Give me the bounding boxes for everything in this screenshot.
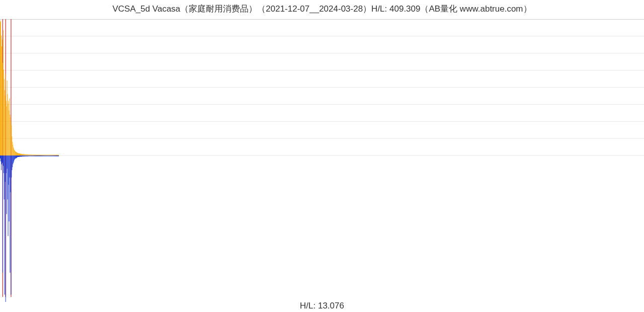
svg-rect-125 bbox=[55, 155, 55, 155]
svg-rect-194 bbox=[30, 155, 30, 156]
svg-rect-135 bbox=[1, 155, 2, 170]
svg-rect-39 bbox=[13, 144, 13, 155]
svg-rect-167 bbox=[17, 155, 17, 158]
svg-rect-130 bbox=[57, 155, 58, 155]
svg-rect-13 bbox=[0, 22, 1, 155]
svg-rect-164 bbox=[15, 155, 16, 159]
svg-rect-136 bbox=[2, 155, 2, 164]
svg-rect-209 bbox=[37, 155, 38, 156]
svg-rect-61 bbox=[24, 154, 24, 155]
svg-rect-216 bbox=[41, 155, 41, 156]
svg-rect-168 bbox=[17, 155, 18, 157]
svg-rect-92 bbox=[39, 155, 39, 155]
svg-rect-213 bbox=[39, 155, 40, 156]
svg-rect-173 bbox=[20, 155, 20, 157]
svg-rect-115 bbox=[50, 155, 50, 155]
svg-rect-14 bbox=[1, 21, 1, 155]
svg-rect-154 bbox=[10, 155, 11, 192]
svg-rect-86 bbox=[36, 155, 36, 155]
svg-rect-103 bbox=[44, 155, 45, 155]
svg-rect-148 bbox=[8, 155, 8, 199]
svg-rect-65 bbox=[26, 154, 26, 155]
svg-rect-155 bbox=[11, 155, 11, 294]
svg-rect-198 bbox=[32, 155, 32, 156]
svg-rect-171 bbox=[19, 155, 19, 157]
svg-rect-203 bbox=[34, 155, 35, 156]
svg-rect-124 bbox=[54, 155, 55, 155]
svg-rect-105 bbox=[45, 155, 46, 155]
svg-rect-179 bbox=[23, 155, 23, 157]
svg-rect-77 bbox=[31, 154, 32, 155]
chart-footer-label: H/L: 13.076 bbox=[0, 301, 644, 311]
svg-rect-127 bbox=[56, 155, 56, 155]
svg-rect-162 bbox=[14, 155, 15, 160]
svg-rect-114 bbox=[49, 155, 50, 155]
svg-rect-137 bbox=[2, 155, 3, 163]
svg-rect-153 bbox=[10, 155, 11, 273]
svg-rect-219 bbox=[42, 155, 43, 156]
svg-rect-38 bbox=[12, 142, 13, 155]
svg-rect-166 bbox=[16, 155, 17, 158]
svg-rect-23 bbox=[5, 96, 6, 155]
svg-rect-110 bbox=[48, 155, 48, 155]
svg-rect-20 bbox=[4, 69, 4, 155]
svg-rect-26 bbox=[7, 106, 7, 155]
svg-rect-251 bbox=[58, 155, 58, 156]
svg-rect-183 bbox=[25, 155, 25, 157]
svg-rect-60 bbox=[23, 154, 24, 155]
svg-rect-211 bbox=[38, 155, 39, 156]
svg-rect-29 bbox=[8, 104, 9, 155]
svg-rect-88 bbox=[37, 155, 37, 155]
svg-rect-184 bbox=[25, 155, 26, 157]
svg-rect-202 bbox=[34, 155, 34, 156]
svg-rect-117 bbox=[51, 155, 51, 155]
svg-rect-217 bbox=[41, 155, 42, 156]
svg-rect-70 bbox=[28, 154, 29, 155]
svg-rect-214 bbox=[40, 155, 40, 156]
svg-rect-16 bbox=[2, 46, 2, 155]
chart-area bbox=[0, 19, 644, 302]
svg-rect-250 bbox=[57, 155, 58, 156]
svg-rect-159 bbox=[13, 155, 13, 164]
svg-rect-210 bbox=[38, 155, 38, 156]
svg-rect-128 bbox=[56, 155, 57, 155]
svg-rect-141 bbox=[4, 155, 5, 199]
svg-rect-34 bbox=[10, 117, 11, 155]
svg-rect-18 bbox=[3, 63, 3, 155]
svg-rect-94 bbox=[40, 155, 40, 155]
svg-rect-235 bbox=[50, 155, 50, 156]
svg-rect-24 bbox=[6, 73, 6, 155]
svg-rect-106 bbox=[46, 155, 46, 155]
svg-rect-243 bbox=[54, 155, 54, 156]
svg-rect-185 bbox=[26, 155, 26, 157]
svg-rect-57 bbox=[22, 154, 22, 155]
svg-rect-68 bbox=[27, 154, 28, 155]
svg-rect-201 bbox=[33, 155, 34, 156]
svg-rect-197 bbox=[31, 155, 32, 156]
svg-rect-144 bbox=[6, 155, 6, 302]
svg-rect-51 bbox=[19, 153, 19, 155]
svg-rect-169 bbox=[18, 155, 18, 157]
svg-rect-174 bbox=[20, 155, 21, 157]
svg-rect-66 bbox=[26, 154, 27, 155]
svg-rect-245 bbox=[55, 155, 55, 156]
svg-rect-113 bbox=[49, 155, 50, 155]
svg-rect-120 bbox=[52, 155, 53, 155]
svg-rect-78 bbox=[32, 154, 32, 155]
svg-rect-42 bbox=[14, 150, 15, 155]
svg-rect-195 bbox=[30, 155, 31, 156]
svg-rect-119 bbox=[52, 155, 52, 155]
svg-rect-27 bbox=[7, 81, 8, 155]
svg-rect-133 bbox=[0, 155, 1, 159]
svg-rect-121 bbox=[53, 155, 53, 155]
svg-rect-83 bbox=[34, 154, 35, 155]
svg-rect-116 bbox=[50, 155, 51, 155]
svg-rect-149 bbox=[8, 155, 9, 236]
svg-rect-146 bbox=[7, 155, 7, 214]
svg-rect-95 bbox=[40, 155, 41, 155]
svg-rect-238 bbox=[51, 155, 52, 156]
svg-rect-72 bbox=[29, 154, 30, 155]
svg-rect-230 bbox=[48, 155, 48, 156]
svg-rect-226 bbox=[46, 155, 46, 156]
svg-rect-191 bbox=[29, 155, 29, 156]
